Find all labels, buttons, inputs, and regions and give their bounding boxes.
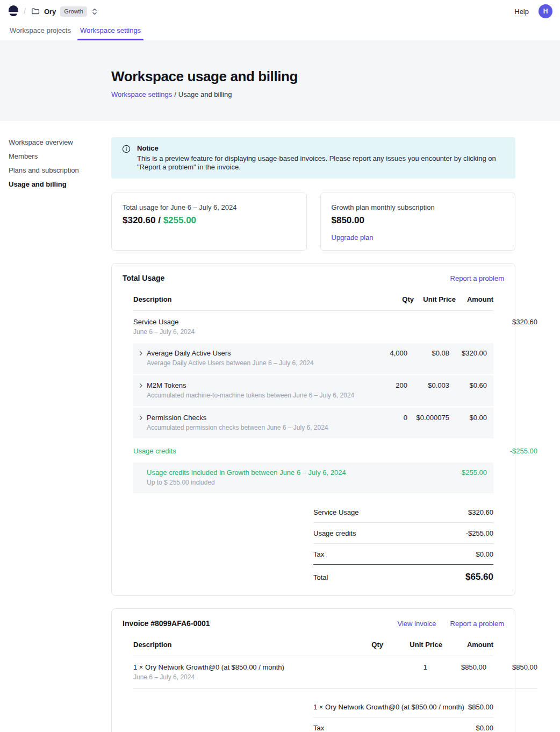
- row-amount: $850.00: [486, 663, 537, 671]
- plan-badge: Growth: [60, 6, 87, 17]
- sidebar-item-usage-and-billing[interactable]: Usage and billing: [9, 181, 100, 188]
- row-amount: $320.60: [500, 318, 537, 326]
- row-subtitle: Up to $ 255.00 included: [147, 479, 364, 486]
- sidebar-item-members[interactable]: Members: [9, 153, 100, 160]
- invoice-panel: Invoice #8099AFA6-0001 View invoice Repo…: [111, 608, 515, 732]
- table-row-permission-checks[interactable]: Permission Checks Accumulated permission…: [133, 408, 493, 438]
- row-subtitle: Average Daily Active Users between June …: [147, 359, 314, 367]
- row-unit-price: $850.00: [427, 663, 486, 671]
- col-unit-price: Unit Price: [383, 641, 442, 649]
- breadcrumb-workspace-settings[interactable]: Workspace settings: [111, 90, 172, 98]
- row-unit-price: $0.000075: [407, 414, 449, 422]
- avatar[interactable]: H: [539, 4, 552, 18]
- totals-line-service-usage: Service Usage $320.60: [313, 502, 493, 523]
- totals-label: Tax: [313, 724, 324, 732]
- grand-total-label: Total: [313, 573, 328, 581]
- col-qty: Qty: [371, 295, 414, 303]
- col-qty: Qty: [351, 641, 383, 649]
- row-amount: -$255.00: [500, 447, 537, 455]
- row-title: Usage credits included in Growth between…: [147, 468, 364, 477]
- totals-line-usage-credits: Usage credits -$255.00: [313, 523, 493, 544]
- chevron-updown-icon: [91, 8, 98, 16]
- page-header: Workspace usage and billing Workspace se…: [0, 40, 560, 121]
- notice-banner: Notice This is a preview feature for dis…: [111, 137, 515, 179]
- row-title: M2M Tokens: [147, 381, 354, 389]
- subscription-amount: $850.00: [332, 215, 505, 226]
- row-amount: $0.00: [449, 414, 487, 422]
- chevron-right-icon: [138, 381, 147, 399]
- invoice-panel-title: Invoice #8099AFA6-0001: [123, 619, 210, 628]
- help-link[interactable]: Help: [514, 8, 529, 16]
- totals-line-tax: Tax $0.00: [313, 544, 493, 565]
- invoice-table: Description Qty Unit Price Amount 1 × Or…: [133, 634, 493, 732]
- sidebar-item-plans-and-subscription[interactable]: Plans and subscription: [9, 167, 100, 174]
- invoice-table-header: Description Qty Unit Price Amount: [133, 634, 493, 656]
- row-title: Service Usage: [133, 318, 415, 326]
- workspace-tabs: Workspace projects Workspace settings: [0, 23, 560, 40]
- report-problem-link[interactable]: Report a problem: [450, 274, 504, 282]
- folder-icon: [31, 7, 40, 16]
- breadcrumb-current: Usage and billing: [178, 90, 232, 98]
- tab-workspace-projects[interactable]: Workspace projects: [7, 23, 74, 40]
- upgrade-plan-link[interactable]: Upgrade plan: [332, 233, 374, 241]
- col-description: Description: [133, 641, 351, 649]
- subscription-label: Growth plan monthly subscription: [332, 203, 505, 211]
- info-icon: [122, 145, 131, 172]
- row-qty: 200: [364, 381, 407, 389]
- total-usage-amount: $320.60 / $255.00: [123, 215, 296, 226]
- settings-sidebar: Workspace overview Members Plans and sub…: [0, 137, 111, 732]
- table-row-usage-credits: Usage credits -$255.00: [133, 440, 537, 463]
- total-usage-label: Total usage for June 6 – July 6, 2024: [123, 203, 296, 211]
- row-subtitle: June 6 – July 6, 2024: [133, 673, 395, 681]
- usage-panel-title: Total Usage: [123, 274, 164, 282]
- row-title: 1 × Ory Network Growth@0 (at $850.00 / m…: [133, 663, 395, 671]
- page-title: Workspace usage and billing: [111, 68, 560, 85]
- sidebar-item-workspace-overview[interactable]: Workspace overview: [9, 139, 100, 146]
- breadcrumb-separator: /: [174, 90, 176, 98]
- row-qty: 1: [395, 663, 427, 671]
- totals-value: $0.00: [476, 550, 493, 558]
- subscription-card: Growth plan monthly subscription $850.00…: [320, 193, 516, 251]
- totals-value: $320.60: [468, 508, 493, 516]
- col-amount: Amount: [456, 295, 493, 303]
- total-usage-panel: Total Usage Report a problem Description…: [111, 263, 515, 596]
- table-row-service-usage: Service Usage June 6 – July 6, 2024 $320…: [133, 311, 537, 343]
- table-row-usage-credits-included: Usage credits included in Growth between…: [133, 463, 493, 493]
- usage-table: Description Qty Unit Price Amount Servic…: [133, 289, 493, 582]
- col-amount: Amount: [442, 641, 493, 649]
- row-amount: -$255.00: [449, 468, 487, 477]
- table-row-m2m-tokens[interactable]: M2M Tokens Accumulated machine-to-machin…: [133, 375, 493, 406]
- view-invoice-link[interactable]: View invoice: [398, 620, 436, 628]
- topbar-separator: /: [24, 7, 26, 16]
- notice-title: Notice: [137, 144, 505, 152]
- chevron-right-icon: [138, 414, 147, 431]
- totals-value: -$255.00: [466, 529, 493, 537]
- workspace-switcher[interactable]: Ory Growth: [31, 6, 98, 17]
- table-row-average-daily-active-users[interactable]: Average Daily Active Users Average Daily…: [133, 343, 493, 374]
- report-problem-link[interactable]: Report a problem: [450, 620, 504, 628]
- row-subtitle: June 6 – July 6, 2024: [133, 328, 415, 336]
- ory-logo-icon[interactable]: [9, 5, 18, 17]
- workspace-name: Ory: [44, 8, 56, 16]
- invoice-line-item: 1 × Ory Network Growth@0 (at $850.00 / m…: [133, 656, 537, 689]
- totals-label: Service Usage: [313, 508, 359, 516]
- invoice-totals: 1 × Ory Network Growth@0 (at $850.00 / m…: [313, 697, 493, 732]
- total-usage-card: Total usage for June 6 – July 6, 2024 $3…: [111, 193, 307, 251]
- row-title: Average Daily Active Users: [147, 349, 314, 357]
- chevron-right-icon: [138, 349, 147, 367]
- row-qty: 4,000: [364, 349, 407, 357]
- row-subtitle: Accumulated machine-to-machine tokens be…: [147, 392, 354, 399]
- totals-label: 1 × Ory Network Growth@0 (at $850.00 / m…: [313, 703, 464, 711]
- tab-workspace-settings[interactable]: Workspace settings: [77, 23, 143, 40]
- totals-line-tax: Tax $0.00: [313, 717, 493, 732]
- topbar: / Ory Growth Help H: [0, 0, 560, 23]
- usage-table-header: Description Qty Unit Price Amount: [133, 289, 493, 311]
- row-qty: 0: [364, 414, 407, 422]
- row-title: Permission Checks: [147, 414, 328, 422]
- col-description: Description: [133, 295, 371, 303]
- totals-grand-total: Total $65.60: [313, 565, 493, 582]
- notice-body: This is a preview feature for displaying…: [137, 154, 505, 172]
- grand-total-value: $65.60: [465, 572, 493, 582]
- row-unit-price: $0.003: [407, 381, 449, 389]
- row-subtitle: Accumulated permission checks between Ju…: [147, 424, 328, 431]
